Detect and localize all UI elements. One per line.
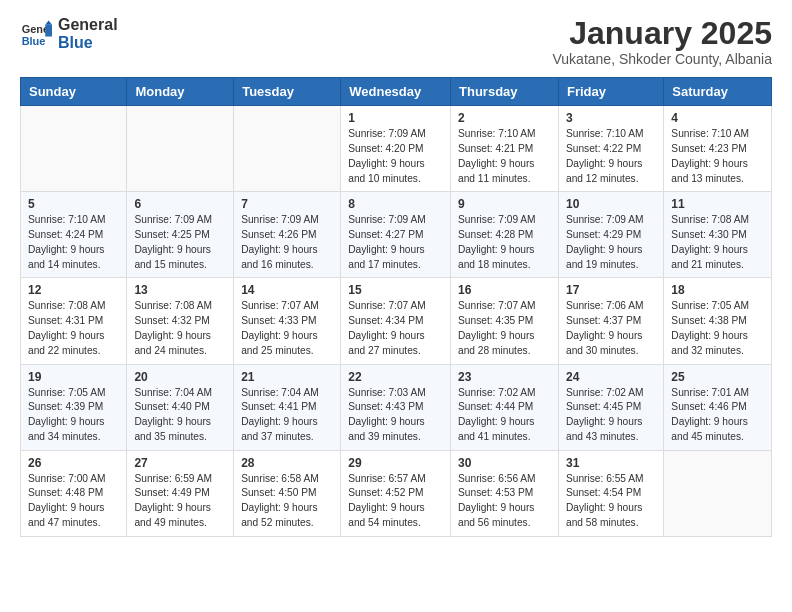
day-info: Sunrise: 7:08 AM Sunset: 4:30 PM Dayligh…: [671, 213, 764, 272]
calendar-cell: 16Sunrise: 7:07 AM Sunset: 4:35 PM Dayli…: [451, 278, 559, 364]
day-number: 20: [134, 370, 226, 384]
day-number: 22: [348, 370, 443, 384]
calendar-week-row: 12Sunrise: 7:08 AM Sunset: 4:31 PM Dayli…: [21, 278, 772, 364]
day-info: Sunrise: 7:04 AM Sunset: 4:40 PM Dayligh…: [134, 386, 226, 445]
calendar-cell: [234, 106, 341, 192]
day-number: 9: [458, 197, 551, 211]
month-title: January 2025: [553, 16, 772, 51]
calendar-cell: 8Sunrise: 7:09 AM Sunset: 4:27 PM Daylig…: [341, 192, 451, 278]
day-info: Sunrise: 6:55 AM Sunset: 4:54 PM Dayligh…: [566, 472, 656, 531]
weekday-header-wednesday: Wednesday: [341, 78, 451, 106]
calendar-cell: 19Sunrise: 7:05 AM Sunset: 4:39 PM Dayli…: [21, 364, 127, 450]
day-info: Sunrise: 7:05 AM Sunset: 4:38 PM Dayligh…: [671, 299, 764, 358]
weekday-header-tuesday: Tuesday: [234, 78, 341, 106]
calendar-cell: 21Sunrise: 7:04 AM Sunset: 4:41 PM Dayli…: [234, 364, 341, 450]
day-number: 13: [134, 283, 226, 297]
header: General Blue General Blue January 2025 V…: [20, 16, 772, 67]
day-number: 4: [671, 111, 764, 125]
day-info: Sunrise: 7:00 AM Sunset: 4:48 PM Dayligh…: [28, 472, 119, 531]
calendar-table: SundayMondayTuesdayWednesdayThursdayFrid…: [20, 77, 772, 537]
calendar-cell: 26Sunrise: 7:00 AM Sunset: 4:48 PM Dayli…: [21, 450, 127, 536]
day-info: Sunrise: 7:06 AM Sunset: 4:37 PM Dayligh…: [566, 299, 656, 358]
day-info: Sunrise: 6:58 AM Sunset: 4:50 PM Dayligh…: [241, 472, 333, 531]
calendar-cell: 17Sunrise: 7:06 AM Sunset: 4:37 PM Dayli…: [558, 278, 663, 364]
day-number: 12: [28, 283, 119, 297]
day-number: 29: [348, 456, 443, 470]
calendar-cell: [127, 106, 234, 192]
weekday-header-friday: Friday: [558, 78, 663, 106]
day-info: Sunrise: 6:56 AM Sunset: 4:53 PM Dayligh…: [458, 472, 551, 531]
day-number: 5: [28, 197, 119, 211]
day-info: Sunrise: 7:09 AM Sunset: 4:26 PM Dayligh…: [241, 213, 333, 272]
calendar-cell: 7Sunrise: 7:09 AM Sunset: 4:26 PM Daylig…: [234, 192, 341, 278]
calendar-cell: [664, 450, 772, 536]
day-info: Sunrise: 7:09 AM Sunset: 4:27 PM Dayligh…: [348, 213, 443, 272]
logo: General Blue General Blue: [20, 16, 118, 51]
day-number: 27: [134, 456, 226, 470]
logo-icon: General Blue: [20, 18, 52, 50]
day-number: 14: [241, 283, 333, 297]
day-info: Sunrise: 7:09 AM Sunset: 4:28 PM Dayligh…: [458, 213, 551, 272]
calendar-cell: 10Sunrise: 7:09 AM Sunset: 4:29 PM Dayli…: [558, 192, 663, 278]
calendar-cell: 28Sunrise: 6:58 AM Sunset: 4:50 PM Dayli…: [234, 450, 341, 536]
day-number: 10: [566, 197, 656, 211]
day-info: Sunrise: 7:05 AM Sunset: 4:39 PM Dayligh…: [28, 386, 119, 445]
day-number: 2: [458, 111, 551, 125]
calendar-cell: 14Sunrise: 7:07 AM Sunset: 4:33 PM Dayli…: [234, 278, 341, 364]
day-number: 26: [28, 456, 119, 470]
day-info: Sunrise: 7:04 AM Sunset: 4:41 PM Dayligh…: [241, 386, 333, 445]
day-info: Sunrise: 7:01 AM Sunset: 4:46 PM Dayligh…: [671, 386, 764, 445]
day-number: 31: [566, 456, 656, 470]
calendar-cell: 18Sunrise: 7:05 AM Sunset: 4:38 PM Dayli…: [664, 278, 772, 364]
day-number: 16: [458, 283, 551, 297]
day-number: 15: [348, 283, 443, 297]
calendar-cell: 31Sunrise: 6:55 AM Sunset: 4:54 PM Dayli…: [558, 450, 663, 536]
day-number: 17: [566, 283, 656, 297]
title-block: January 2025 Vukatane, Shkoder County, A…: [553, 16, 772, 67]
calendar-week-row: 5Sunrise: 7:10 AM Sunset: 4:24 PM Daylig…: [21, 192, 772, 278]
calendar-cell: 30Sunrise: 6:56 AM Sunset: 4:53 PM Dayli…: [451, 450, 559, 536]
calendar-header-row: SundayMondayTuesdayWednesdayThursdayFrid…: [21, 78, 772, 106]
calendar-cell: 25Sunrise: 7:01 AM Sunset: 4:46 PM Dayli…: [664, 364, 772, 450]
calendar-cell: 12Sunrise: 7:08 AM Sunset: 4:31 PM Dayli…: [21, 278, 127, 364]
day-number: 6: [134, 197, 226, 211]
day-info: Sunrise: 7:10 AM Sunset: 4:21 PM Dayligh…: [458, 127, 551, 186]
svg-text:Blue: Blue: [22, 35, 46, 47]
calendar-cell: 22Sunrise: 7:03 AM Sunset: 4:43 PM Dayli…: [341, 364, 451, 450]
svg-marker-2: [45, 24, 52, 36]
calendar-cell: 27Sunrise: 6:59 AM Sunset: 4:49 PM Dayli…: [127, 450, 234, 536]
subtitle: Vukatane, Shkoder County, Albania: [553, 51, 772, 67]
day-info: Sunrise: 7:08 AM Sunset: 4:32 PM Dayligh…: [134, 299, 226, 358]
calendar-cell: 3Sunrise: 7:10 AM Sunset: 4:22 PM Daylig…: [558, 106, 663, 192]
calendar-cell: 20Sunrise: 7:04 AM Sunset: 4:40 PM Dayli…: [127, 364, 234, 450]
calendar-cell: 9Sunrise: 7:09 AM Sunset: 4:28 PM Daylig…: [451, 192, 559, 278]
logo-blue-text: Blue: [58, 34, 118, 52]
calendar-cell: 4Sunrise: 7:10 AM Sunset: 4:23 PM Daylig…: [664, 106, 772, 192]
day-info: Sunrise: 7:10 AM Sunset: 4:24 PM Dayligh…: [28, 213, 119, 272]
calendar-cell: 13Sunrise: 7:08 AM Sunset: 4:32 PM Dayli…: [127, 278, 234, 364]
day-info: Sunrise: 7:07 AM Sunset: 4:35 PM Dayligh…: [458, 299, 551, 358]
day-info: Sunrise: 7:09 AM Sunset: 4:29 PM Dayligh…: [566, 213, 656, 272]
weekday-header-thursday: Thursday: [451, 78, 559, 106]
day-number: 21: [241, 370, 333, 384]
day-info: Sunrise: 7:07 AM Sunset: 4:33 PM Dayligh…: [241, 299, 333, 358]
day-number: 7: [241, 197, 333, 211]
day-info: Sunrise: 7:02 AM Sunset: 4:44 PM Dayligh…: [458, 386, 551, 445]
day-number: 1: [348, 111, 443, 125]
calendar-cell: 24Sunrise: 7:02 AM Sunset: 4:45 PM Dayli…: [558, 364, 663, 450]
calendar-cell: 29Sunrise: 6:57 AM Sunset: 4:52 PM Dayli…: [341, 450, 451, 536]
calendar-week-row: 1Sunrise: 7:09 AM Sunset: 4:20 PM Daylig…: [21, 106, 772, 192]
calendar-cell: 2Sunrise: 7:10 AM Sunset: 4:21 PM Daylig…: [451, 106, 559, 192]
day-number: 3: [566, 111, 656, 125]
calendar-cell: 5Sunrise: 7:10 AM Sunset: 4:24 PM Daylig…: [21, 192, 127, 278]
day-number: 18: [671, 283, 764, 297]
day-number: 23: [458, 370, 551, 384]
day-number: 28: [241, 456, 333, 470]
day-number: 8: [348, 197, 443, 211]
day-number: 24: [566, 370, 656, 384]
calendar-cell: 1Sunrise: 7:09 AM Sunset: 4:20 PM Daylig…: [341, 106, 451, 192]
day-number: 30: [458, 456, 551, 470]
day-info: Sunrise: 7:08 AM Sunset: 4:31 PM Dayligh…: [28, 299, 119, 358]
day-info: Sunrise: 7:03 AM Sunset: 4:43 PM Dayligh…: [348, 386, 443, 445]
weekday-header-saturday: Saturday: [664, 78, 772, 106]
